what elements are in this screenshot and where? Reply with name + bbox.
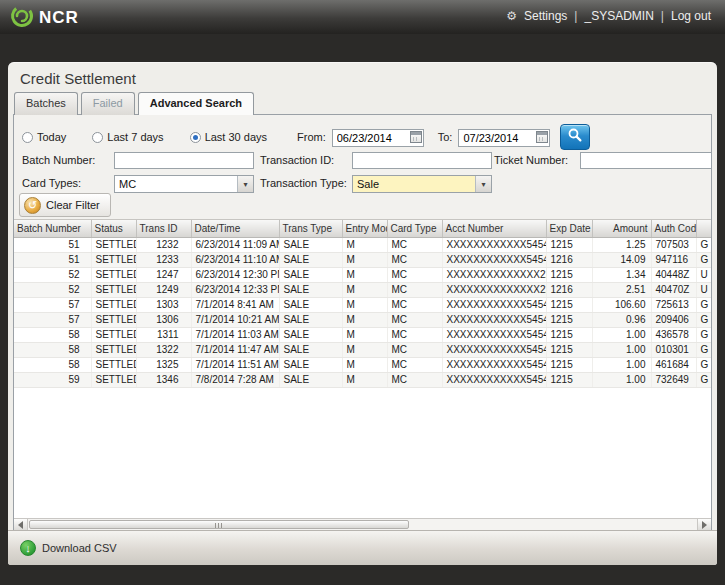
settings-link[interactable]: Settings <box>524 9 567 23</box>
table-row[interactable]: 58 SETTLED 1322 7/1/2014 11:47 AM SALE M… <box>14 342 711 357</box>
clear-filter-button[interactable]: ↺ Clear Filter <box>19 193 111 217</box>
calendar-icon[interactable] <box>536 131 548 143</box>
cell-extra: G <box>696 372 711 387</box>
cell-entry-mode: M <box>342 327 387 342</box>
table-row[interactable]: 51 SETTLED 1232 6/23/2014 11:09 AM SALE … <box>14 237 711 252</box>
table-row[interactable]: 57 SETTLED 1303 7/1/2014 8:41 AM SALE M … <box>14 297 711 312</box>
cell-entry-mode: M <box>342 267 387 282</box>
cell-card-type: MC <box>387 312 442 327</box>
radio-label: Last 7 days <box>107 131 163 143</box>
table-body: 51 SETTLED 1232 6/23/2014 11:09 AM SALE … <box>14 237 711 387</box>
transaction-type-select[interactable]: Sale ▾ <box>352 175 492 193</box>
download-csv-button[interactable]: ↓ Download CSV <box>20 540 117 556</box>
tab-advanced-search[interactable]: Advanced Search <box>138 92 254 115</box>
cell-status: SETTLED <box>91 252 136 267</box>
table-row[interactable]: 52 SETTLED 1249 6/23/2014 12:33 PM SALE … <box>14 282 711 297</box>
cell-card-type: MC <box>387 342 442 357</box>
radio-icon <box>190 132 201 143</box>
table-row[interactable]: 57 SETTLED 1306 7/1/2014 10:21 AM SALE M… <box>14 312 711 327</box>
transaction-id-input[interactable] <box>352 152 492 169</box>
ncr-logo-icon <box>10 4 34 32</box>
scroll-right-arrow[interactable] <box>697 519 711 530</box>
card-types-select[interactable]: MC ▾ <box>114 175 254 193</box>
radio-label: Last 30 days <box>205 131 267 143</box>
main-panel: Credit Settlement Batches Failed Advance… <box>8 62 717 565</box>
cell-card-type: MC <box>387 357 442 372</box>
cell-entry-mode: M <box>342 252 387 267</box>
cell-acct-number: XXXXXXXXXXXX5454 <box>442 357 546 372</box>
cell-trans-id: 1247 <box>136 267 191 282</box>
tab-bar: Batches Failed Advanced Search <box>14 92 717 114</box>
cell-auth-code: 40448Z <box>651 267 696 282</box>
cell-auth-code: 209406 <box>651 312 696 327</box>
horizontal-scrollbar[interactable] <box>14 518 711 530</box>
cell-amount: 14.09 <box>592 252 651 267</box>
cell-trans-type: SALE <box>279 282 342 297</box>
table-row[interactable]: 51 SETTLED 1233 6/23/2014 11:10 AM SALE … <box>14 252 711 267</box>
cell-date-time: 7/1/2014 11:51 AM <box>191 357 279 372</box>
cell-amount: 1.25 <box>592 237 651 252</box>
separator: | <box>661 9 664 23</box>
cell-batch-number: 52 <box>14 267 91 282</box>
table-row[interactable]: 58 SETTLED 1325 7/1/2014 11:51 AM SALE M… <box>14 357 711 372</box>
cell-trans-type: SALE <box>279 297 342 312</box>
batch-number-input[interactable] <box>114 152 254 169</box>
card-types-label: Card Types: <box>22 177 81 189</box>
cell-acct-number: XXXXXXXXXXXX5454 <box>442 252 546 267</box>
cell-status: SETTLED <box>91 342 136 357</box>
radio-last-30-days[interactable]: Last 30 days <box>190 131 267 143</box>
cell-trans-id: 1346 <box>136 372 191 387</box>
cell-acct-number: XXXXXXXXXXXX5454 <box>442 312 546 327</box>
ticket-number-input[interactable] <box>580 152 712 169</box>
table-row[interactable]: 58 SETTLED 1311 7/1/2014 11:03 AM SALE M… <box>14 327 711 342</box>
magnifier-icon <box>567 127 583 147</box>
cell-trans-id: 1322 <box>136 342 191 357</box>
logout-link[interactable]: Log out <box>671 9 711 23</box>
radio-label: Today <box>37 131 66 143</box>
table-row[interactable]: 52 SETTLED 1247 6/23/2014 12:30 PM SALE … <box>14 267 711 282</box>
cell-status: SETTLED <box>91 312 136 327</box>
cell-date-time: 7/1/2014 8:41 AM <box>191 297 279 312</box>
chevron-down-icon: ▾ <box>237 176 253 192</box>
tab-batches[interactable]: Batches <box>14 92 78 115</box>
tab-failed[interactable]: Failed <box>81 92 135 115</box>
cell-status: SETTLED <box>91 357 136 372</box>
cell-acct-number: XXXXXXXXXXXX5454 <box>442 237 546 252</box>
cell-amount: 1.00 <box>592 327 651 342</box>
cell-entry-mode: M <box>342 342 387 357</box>
cell-acct-number: XXXXXXXXXXXX5454 <box>442 327 546 342</box>
radio-today[interactable]: Today <box>22 131 66 143</box>
scrollbar-thumb[interactable] <box>29 520 409 529</box>
table-row[interactable]: 59 SETTLED 1346 7/8/2014 7:28 AM SALE M … <box>14 372 711 387</box>
cell-exp-date: 1215 <box>546 327 592 342</box>
download-csv-label: Download CSV <box>42 542 117 554</box>
column-header: Trans ID <box>136 220 191 237</box>
clear-filter-label: Clear Filter <box>46 199 100 211</box>
cell-card-type: MC <box>387 282 442 297</box>
cell-entry-mode: M <box>342 297 387 312</box>
cell-auth-code: 010301 <box>651 342 696 357</box>
cell-batch-number: 58 <box>14 357 91 372</box>
scroll-left-arrow[interactable] <box>14 519 28 530</box>
cell-batch-number: 51 <box>14 237 91 252</box>
cell-extra: G <box>696 357 711 372</box>
cell-date-time: 6/23/2014 11:09 AM <box>191 237 279 252</box>
cell-card-type: MC <box>387 327 442 342</box>
radio-icon <box>92 132 103 143</box>
transaction-id-label: Transaction ID: <box>260 154 334 166</box>
top-right-links: ⚙ Settings | _SYSADMIN | Log out <box>506 9 711 23</box>
radio-last-7-days[interactable]: Last 7 days <box>92 131 163 143</box>
cell-exp-date: 1215 <box>546 372 592 387</box>
top-bar: NCR ⚙ Settings | _SYSADMIN | Log out <box>0 0 725 34</box>
cell-status: SETTLED <box>91 297 136 312</box>
calendar-icon[interactable] <box>410 131 422 143</box>
from-label: From: <box>297 131 326 143</box>
search-button[interactable] <box>560 124 590 150</box>
cell-amount: 1.00 <box>592 372 651 387</box>
cell-entry-mode: M <box>342 372 387 387</box>
filter-row-types: Card Types: MC ▾ Transaction Type: Sale … <box>14 175 711 195</box>
cell-amount: 2.51 <box>592 282 651 297</box>
column-header: Card Type <box>387 220 442 237</box>
cell-auth-code: 707503 <box>651 237 696 252</box>
selected-value: Sale <box>353 176 475 192</box>
